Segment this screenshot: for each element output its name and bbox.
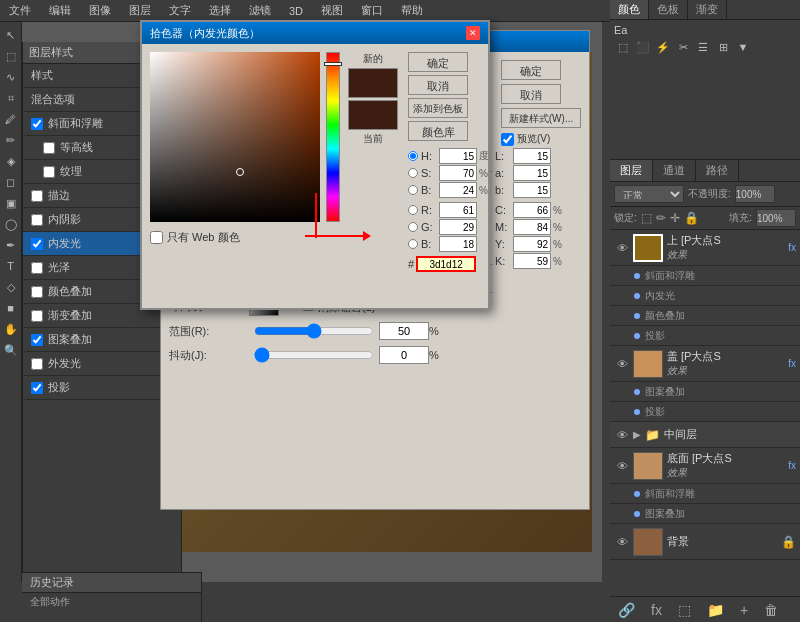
layer-sub-bottom-bevel[interactable]: 斜面和浮雕: [610, 484, 800, 504]
hand-tool[interactable]: ✋: [2, 320, 20, 338]
range-input[interactable]: [379, 322, 429, 340]
style-item-pattern-overlay[interactable]: 图案叠加 +: [23, 328, 181, 352]
new-group-btn[interactable]: 📁: [703, 602, 728, 618]
brush-tool[interactable]: ✏: [2, 131, 20, 149]
cv-b2-radio[interactable]: [408, 239, 418, 249]
style-check-drop-shadow[interactable]: [31, 382, 43, 394]
crop-tool[interactable]: ⌗: [2, 89, 20, 107]
cv-b-radio[interactable]: [408, 185, 418, 195]
range-slider[interactable]: [254, 323, 374, 339]
jitter-input[interactable]: [379, 346, 429, 364]
cv-h-radio[interactable]: [408, 151, 418, 161]
cv-g-radio[interactable]: [408, 222, 418, 232]
layer-eye-top[interactable]: 👁: [614, 240, 630, 256]
cv-Y-input[interactable]: [513, 236, 551, 252]
layer-sub-cover-shadow[interactable]: 投影: [610, 402, 800, 422]
menu-edit[interactable]: 编辑: [44, 1, 76, 20]
fx-btn[interactable]: fx: [647, 602, 666, 618]
history-tab[interactable]: 历史记录: [22, 573, 201, 593]
cv-s-radio[interactable]: [408, 168, 418, 178]
layer-eye-cover[interactable]: 👁: [614, 356, 630, 372]
layer-eye-group[interactable]: 👁: [614, 427, 630, 443]
menu-window[interactable]: 窗口: [356, 1, 388, 20]
style-item-outer-glow[interactable]: 外发光: [23, 352, 181, 376]
cv-a-input[interactable]: [513, 165, 551, 181]
delete-layer-btn[interactable]: 🗑: [760, 602, 782, 618]
style-check-color-overlay[interactable]: [31, 286, 43, 298]
menu-file[interactable]: 文件: [4, 1, 36, 20]
tab-swatch[interactable]: 色板: [649, 0, 688, 19]
cv-L-input[interactable]: [513, 148, 551, 164]
menu-layer[interactable]: 图层: [124, 1, 156, 20]
type-tool[interactable]: T: [2, 257, 20, 275]
fill-value[interactable]: [756, 209, 796, 227]
layer-item-background[interactable]: 👁 背景 🔒: [610, 524, 800, 560]
icon-btn-5[interactable]: ☰: [694, 38, 712, 56]
menu-view[interactable]: 视图: [316, 1, 348, 20]
menu-type[interactable]: 文字: [164, 1, 196, 20]
style-check-stroke[interactable]: [31, 190, 43, 202]
layers-tab-channels[interactable]: 通道: [653, 160, 696, 181]
layer-group-middle[interactable]: 👁 ▶ 📁 中间层: [610, 422, 800, 448]
lock-transparent-btn[interactable]: ⬚: [641, 211, 652, 225]
gradient-tool[interactable]: ▣: [2, 194, 20, 212]
cv-s-input[interactable]: [439, 165, 477, 181]
layer-item-cover[interactable]: 👁 盖 [P大点S 效果 fx: [610, 346, 800, 382]
shape-tool[interactable]: ■: [2, 299, 20, 317]
blend-mode-dropdown[interactable]: 正常: [614, 185, 684, 203]
hue-slider-container[interactable]: [326, 52, 342, 222]
hex-input[interactable]: [416, 256, 476, 272]
layer-sub-bottom-pattern[interactable]: 图案叠加: [610, 504, 800, 524]
layer-eye-bg[interactable]: 👁: [614, 534, 630, 550]
style-check-pattern-overlay[interactable]: [31, 334, 43, 346]
eyedropper-tool[interactable]: 🖉: [2, 110, 20, 128]
lock-all-btn[interactable]: 🔒: [684, 211, 699, 225]
link-layers-btn[interactable]: 🔗: [614, 602, 639, 618]
cv-b-input[interactable]: [439, 182, 477, 198]
current-color-box[interactable]: [348, 100, 398, 130]
lock-position-btn[interactable]: ✛: [670, 211, 680, 225]
menu-filter[interactable]: 滤镜: [244, 1, 276, 20]
cv-b2-input[interactable]: [439, 236, 477, 252]
icon-btn-3[interactable]: ⚡: [654, 38, 672, 56]
layer-sub-inner-glow[interactable]: 内发光: [610, 286, 800, 306]
style-check-texture[interactable]: [43, 166, 55, 178]
icon-btn-4[interactable]: ✂: [674, 38, 692, 56]
cv-r-radio[interactable]: [408, 205, 418, 215]
path-tool[interactable]: ◇: [2, 278, 20, 296]
layer-sub-bevel[interactable]: 斜面和浮雕: [610, 266, 800, 286]
eraser-tool[interactable]: ◻: [2, 173, 20, 191]
color-picker-close-btn[interactable]: ✕: [466, 26, 480, 40]
add-mask-btn[interactable]: ⬚: [674, 602, 695, 618]
menu-3d[interactable]: 3D: [284, 3, 308, 19]
cv-h-input[interactable]: [439, 148, 477, 164]
dodge-tool[interactable]: ◯: [2, 215, 20, 233]
cv-b3-input[interactable]: [513, 182, 551, 198]
style-check-inner-glow[interactable]: [31, 238, 43, 250]
cp-cancel-btn[interactable]: 取消: [408, 75, 468, 95]
opacity-value[interactable]: [735, 185, 775, 203]
tab-color[interactable]: 颜色: [610, 0, 649, 19]
layer-item-top[interactable]: 👁 上 [P大点S 效果 fx: [610, 230, 800, 266]
lasso-tool[interactable]: ∿: [2, 68, 20, 86]
zoom-tool[interactable]: 🔍: [2, 341, 20, 359]
pen-tool[interactable]: ✒: [2, 236, 20, 254]
clone-tool[interactable]: ◈: [2, 152, 20, 170]
new-layer-btn[interactable]: +: [736, 602, 752, 618]
cp-add-swatch-btn[interactable]: 添加到色板: [408, 98, 468, 118]
style-check-gradient-overlay[interactable]: [31, 310, 43, 322]
layer-eye-bottom[interactable]: 👁: [614, 458, 630, 474]
lock-image-btn[interactable]: ✏: [656, 211, 666, 225]
icon-btn-2[interactable]: ⬛: [634, 38, 652, 56]
tab-gradient[interactable]: 渐变: [688, 0, 727, 19]
menu-image[interactable]: 图像: [84, 1, 116, 20]
select-tool[interactable]: ⬚: [2, 47, 20, 65]
style-item-drop-shadow[interactable]: 投影 +: [23, 376, 181, 400]
jitter-slider[interactable]: [254, 347, 374, 363]
style-check-satin[interactable]: [31, 262, 43, 274]
cv-C-input[interactable]: [513, 202, 551, 218]
icon-btn-7[interactable]: ▼: [734, 38, 752, 56]
layer-sub-drop-shadow[interactable]: 投影: [610, 326, 800, 346]
cp-confirm-btn[interactable]: 确定: [408, 52, 468, 72]
style-check-outer-glow[interactable]: [31, 358, 43, 370]
